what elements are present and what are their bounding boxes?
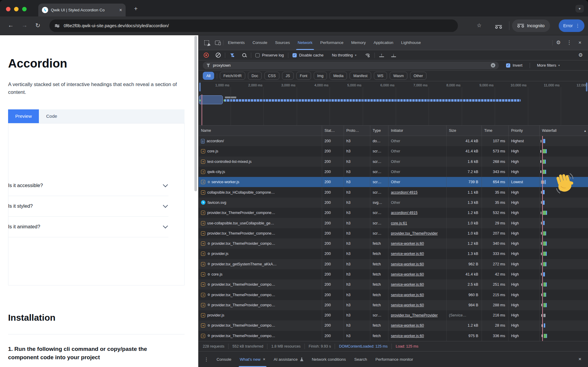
drawer-menu-icon[interactable]: ⋮ (202, 357, 211, 362)
drawer-tab-performance-monitor[interactable]: Performance monitor (371, 351, 417, 367)
name-cell[interactable]: accordion/ (199, 136, 322, 146)
devtools-tab-lighthouse[interactable]: Lighthouse (397, 35, 425, 50)
name-cell[interactable]: ‹›provider.tsx_ThemeProvider_compone… (199, 228, 322, 238)
reload-button[interactable]: ↻ (35, 22, 40, 29)
table-row[interactable]: ‹›⚙service-worker.js200h3scr…Other739 B6… (199, 177, 588, 187)
name-cell[interactable]: ‹›collapsible.tsx_HCollapsible_compone… (199, 187, 322, 197)
network-conditions-icon[interactable] (362, 50, 373, 60)
devtools-tab-memory[interactable]: Memory (347, 35, 370, 50)
table-row[interactable]: ‹›core.js200h3scr…Other41.4 kB573 msHigh (199, 146, 588, 156)
column-header-waterfall[interactable]: Waterfall▴ (540, 126, 588, 136)
table-row[interactable]: ‹›test-controlled-list-mixed.js200h3scr…… (199, 157, 588, 167)
more-menu-icon[interactable]: ⋮ (575, 23, 580, 28)
table-row[interactable]: ‹›⚙provider.js200h3fetchservice-worker.j… (199, 249, 588, 259)
filter-value[interactable]: proxytown (213, 63, 488, 68)
import-har-icon[interactable]: ↑ (377, 50, 387, 60)
accordion-item-animated[interactable]: Is it animated? (8, 216, 168, 237)
clear-filter-icon[interactable]: × (491, 63, 495, 68)
search-icon[interactable] (239, 50, 249, 60)
export-har-icon[interactable]: ↓ (389, 50, 399, 60)
filter-chip-doc[interactable]: Doc (248, 72, 262, 80)
filter-chip-js[interactable]: JS (282, 72, 294, 80)
column-header-stat[interactable]: Stat… (322, 126, 344, 136)
table-row[interactable]: ‹›provider.tsx_ThemeProvider_compone…200… (199, 208, 588, 218)
disable-cache-control[interactable]: ✓ Disable cache (290, 53, 326, 57)
name-cell[interactable]: ‹›provider.tsx_ThemeProvider_compone… (199, 208, 322, 218)
browser-tab[interactable]: ϟ Qwik UI | Styled Accordion Co × (38, 4, 126, 16)
column-header-type[interactable]: Type (370, 126, 389, 136)
name-cell[interactable]: ‹›⚙provider.tsx_ThemeProvider_compo… (199, 290, 322, 300)
tab-preview[interactable]: Preview (8, 109, 39, 123)
preserve-log-control[interactable]: Preserve log (253, 53, 286, 57)
filter-chip-font[interactable]: Font (296, 72, 311, 80)
devtools-tab-performance[interactable]: Performance (316, 35, 347, 50)
table-row[interactable]: ‹›⚙provider.tsx_ThemeProvider_compo…200h… (199, 279, 588, 290)
drawer-tab-close-icon[interactable]: × (263, 357, 265, 362)
table-row[interactable]: ‹›provider.js200h3scr…provider.tsx_Theme… (199, 310, 588, 320)
devtools-menu-icon[interactable]: ⋮ (564, 35, 574, 50)
drawer-tab-network-conditions[interactable]: Network conditions (307, 351, 350, 367)
table-row[interactable]: ‹›⚙provider.tsx_getSystemTheme_aKkA…200h… (199, 259, 588, 269)
tab-search-button[interactable]: ▾ (575, 5, 584, 13)
inspect-element-icon[interactable] (202, 35, 212, 50)
devtools-tab-network[interactable]: Network (294, 35, 316, 50)
name-cell[interactable]: ‹›core.js (199, 146, 322, 156)
column-header-initiator[interactable]: Initiator (389, 126, 447, 136)
drawer-close-icon[interactable]: × (575, 351, 585, 367)
table-row[interactable]: ‹›⚙provider.tsx_ThemeProvider_compo…200h… (199, 290, 588, 300)
preserve-log-checkbox[interactable] (255, 53, 260, 57)
accordion-item-styled[interactable]: Is it styled? (8, 196, 168, 217)
devtools-settings-icon[interactable]: ⚙ (553, 35, 563, 50)
name-cell[interactable]: ‹›⚙provider.js (199, 249, 322, 259)
name-cell[interactable]: ‹›⚙provider.tsx_ThemeProvider_compo… (199, 320, 322, 331)
column-header-size[interactable]: Size (447, 126, 482, 136)
filter-chip-fetch-xhr[interactable]: Fetch/XHR (220, 72, 245, 80)
table-row[interactable]: accordion/200h3do…Other41.4 kB107 msHigh… (199, 136, 588, 146)
table-row[interactable]: ϟfavicon.svg200h3svg…Other1.3 kB35 msHig… (199, 198, 588, 208)
column-header-name[interactable]: Name (199, 126, 322, 136)
name-cell[interactable]: ‹›⚙provider.tsx_getSystemTheme_aKkA… (199, 259, 322, 269)
filter-chip-manifest[interactable]: Manifest (350, 72, 371, 80)
table-row[interactable]: ‹›⚙provider.tsx_ThemeProvider_compo…200h… (199, 238, 588, 249)
column-header-proto[interactable]: Proto… (344, 126, 370, 136)
name-cell[interactable]: ϟfavicon.svg (199, 198, 322, 208)
table-row[interactable]: ‹›⚙provider.tsx_ThemeProvider_compo…200h… (199, 331, 588, 341)
table-row[interactable]: ‹›collapsible.tsx_HCollapsible_compone…2… (199, 187, 588, 197)
clear-network-log-icon[interactable] (213, 50, 223, 60)
filter-chip-img[interactable]: Img (314, 72, 327, 80)
devtools-tab-console[interactable]: Console (249, 35, 271, 50)
network-settings-icon[interactable]: ⚙ (575, 50, 586, 60)
overview-left-handle[interactable] (199, 82, 201, 91)
name-cell[interactable]: ‹›qwik-city.js (199, 167, 322, 177)
devtools-close-icon[interactable]: × (575, 35, 585, 50)
name-cell[interactable]: ‹›⚙provider.tsx_ThemeProvider_compo… (199, 300, 322, 310)
macos-close-button[interactable] (6, 7, 10, 11)
tab-close-icon[interactable]: × (119, 7, 122, 13)
overview-selection[interactable] (199, 95, 223, 104)
site-settings-icon[interactable] (55, 25, 60, 27)
name-cell[interactable]: ‹›⚙provider.tsx_ThemeProvider_compo… (199, 279, 322, 290)
table-row[interactable]: ‹›use-collapsible.tsx_useCollapsible_ge…… (199, 218, 588, 228)
drawer-tab-console[interactable]: Console (212, 351, 236, 367)
column-header-time[interactable]: Time (482, 126, 509, 136)
devtools-tab-application[interactable]: Application (370, 35, 397, 50)
table-row[interactable]: ‹›⚙provider.tsx_ThemeProvider_compo…200h… (199, 300, 588, 310)
filter-input[interactable]: proxytown × (203, 62, 499, 69)
network-overview[interactable]: 1,000 ms2,000 ms3,000 ms4,000 ms5,000 ms… (199, 81, 588, 126)
table-row[interactable]: ‹›provider.tsx_ThemeProvider_compone…200… (199, 228, 588, 238)
filter-chip-media[interactable]: Media (330, 72, 347, 80)
table-row[interactable]: ‹›⚙core.js200h3fetchservice-worker.js:60… (199, 269, 588, 279)
macos-zoom-button[interactable] (22, 7, 27, 11)
name-cell[interactable]: ‹›⚙provider.tsx_ThemeProvider_compo… (199, 331, 322, 341)
filter-chip-ws[interactable]: WS (374, 72, 387, 80)
bookmark-star-icon[interactable]: ☆ (477, 22, 482, 29)
table-row[interactable]: ‹›qwik-city.js200h3scr…Other7.2 kB343 ms… (199, 167, 588, 177)
filter-chip-css[interactable]: CSS (264, 72, 279, 80)
devtools-tab-elements[interactable]: Elements (224, 35, 249, 50)
name-cell[interactable]: ‹›⚙provider.tsx_ThemeProvider_compo… (199, 238, 322, 249)
device-toolbar-icon[interactable] (212, 35, 223, 50)
name-cell[interactable]: ‹›⚙service-worker.js (199, 177, 322, 187)
invert-checkbox[interactable]: ✓ (506, 63, 510, 68)
tab-code[interactable]: Code (39, 109, 64, 123)
filter-toggle-icon[interactable] (227, 50, 237, 60)
